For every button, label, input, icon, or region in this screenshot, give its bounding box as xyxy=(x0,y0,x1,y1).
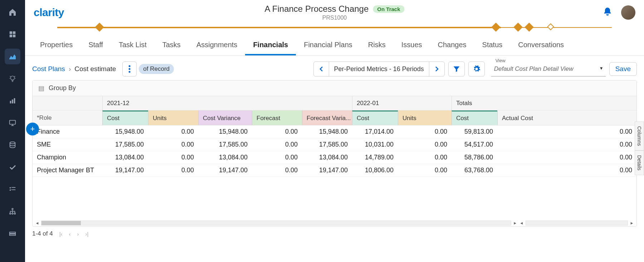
settings-button[interactable] xyxy=(468,61,485,76)
col-cost[interactable]: Cost xyxy=(102,110,148,125)
cell-cost-2[interactable]: 14,789.00 xyxy=(352,154,398,161)
cell-forecast[interactable]: 0.00 xyxy=(252,141,302,148)
cell-units-2[interactable]: 0.00 xyxy=(398,128,452,135)
page-prev-button[interactable]: ‹ xyxy=(69,231,71,237)
nav-grid-icon[interactable] xyxy=(5,26,20,42)
cell-forecast[interactable]: 0.00 xyxy=(252,128,302,135)
col-role[interactable]: *Role xyxy=(33,110,102,125)
table-row[interactable]: SME17,585.000.0017,585.000.0017,585.0010… xyxy=(33,138,636,151)
period-next-button[interactable] xyxy=(429,62,444,76)
nav-database-icon[interactable] xyxy=(5,137,20,153)
cell-actual-cost[interactable]: 0.00 xyxy=(497,128,636,135)
table-row[interactable]: Champion13,084.000.0013,084.000.0013,084… xyxy=(33,151,636,164)
cell-role: Project Manager BT xyxy=(33,167,102,174)
cell-total-cost[interactable]: 58,786.00 xyxy=(452,154,497,161)
cell-cost-2[interactable]: 10,806.00 xyxy=(352,167,398,174)
groupby-label[interactable]: Group By xyxy=(49,84,76,92)
col-forecast-variance[interactable]: Forecast Varia... xyxy=(302,110,352,125)
hscroll-left-icon[interactable]: ◄ xyxy=(35,221,40,225)
side-tab-details[interactable]: Details xyxy=(635,150,644,175)
tab-changes[interactable]: Changes xyxy=(430,36,474,55)
tab-tasklist[interactable]: Task List xyxy=(111,36,155,55)
view-input[interactable] xyxy=(491,61,606,76)
col-actual-cost[interactable]: Actual Cost xyxy=(497,110,636,125)
save-button[interactable]: Save xyxy=(609,62,637,76)
more-actions-button[interactable] xyxy=(122,61,137,76)
col-forecast[interactable]: Forecast xyxy=(252,110,302,125)
hscroll2-left-icon[interactable]: ◄ xyxy=(519,221,524,225)
nav-checklist-icon[interactable] xyxy=(5,182,20,197)
view-selector[interactable]: View ▼ xyxy=(491,61,606,76)
col-units[interactable]: Units xyxy=(148,110,198,125)
side-tab-columns[interactable]: Columns xyxy=(635,122,644,150)
tab-staff[interactable]: Staff xyxy=(80,36,111,55)
cell-cost[interactable]: 13,084.00 xyxy=(102,154,148,161)
cell-cost-variance[interactable]: 17,585.00 xyxy=(198,141,252,148)
tab-assignments[interactable]: Assignments xyxy=(189,36,245,55)
cell-cost-variance[interactable]: 19,147.00 xyxy=(198,167,252,174)
cell-total-cost[interactable]: 54,517.00 xyxy=(452,141,497,148)
cell-cost[interactable]: 15,948.00 xyxy=(102,128,148,135)
cell-cost-variance[interactable]: 15,948.00 xyxy=(198,128,252,135)
hscroll-right-icon[interactable]: ► xyxy=(513,221,518,225)
col-cost-2[interactable]: Cost xyxy=(352,110,398,125)
cell-forecast-variance[interactable]: 17,585.00 xyxy=(302,141,352,148)
breadcrumb-root[interactable]: Cost Plans xyxy=(32,65,65,73)
nav-monitor-icon[interactable] xyxy=(5,115,20,131)
tab-risks[interactable]: Risks xyxy=(360,36,394,55)
col-total-cost[interactable]: Cost xyxy=(452,110,497,125)
nav-hierarchy-icon[interactable] xyxy=(5,204,20,219)
cell-forecast-variance[interactable]: 15,948.00 xyxy=(302,128,352,135)
tab-properties[interactable]: Properties xyxy=(32,36,80,55)
cell-units[interactable]: 0.00 xyxy=(148,167,198,174)
tab-financials[interactable]: Financials xyxy=(245,36,296,55)
notifications-icon[interactable] xyxy=(602,7,613,18)
cell-cost-2[interactable]: 17,014.00 xyxy=(352,128,398,135)
nav-check-icon[interactable] xyxy=(5,159,20,175)
cell-cost[interactable]: 17,585.00 xyxy=(102,141,148,148)
table-row[interactable]: Finance15,948.000.0015,948.000.0015,948.… xyxy=(33,125,636,138)
cell-total-cost[interactable]: 63,768.00 xyxy=(452,167,497,174)
cell-forecast[interactable]: 0.00 xyxy=(252,154,302,161)
col-units-2[interactable]: Units xyxy=(398,110,452,125)
nav-bulb-icon[interactable] xyxy=(5,71,20,86)
hscroll2-right-icon[interactable]: ► xyxy=(629,221,634,225)
nav-chart-icon[interactable] xyxy=(5,49,20,64)
add-row-button[interactable]: + xyxy=(26,123,39,135)
col-cost-variance[interactable]: Cost Variance xyxy=(198,110,252,125)
filter-button[interactable] xyxy=(448,61,465,76)
tab-financial-plans[interactable]: Financial Plans xyxy=(296,36,360,55)
page-first-button[interactable]: |‹ xyxy=(59,231,63,237)
nav-bars-icon[interactable] xyxy=(5,93,20,109)
cell-actual-cost[interactable]: 0.00 xyxy=(497,167,636,174)
cell-units[interactable]: 0.00 xyxy=(148,154,198,161)
page-next-button[interactable]: › xyxy=(77,231,79,237)
cell-units-2[interactable]: 0.00 xyxy=(398,141,452,148)
cell-units-2[interactable]: 0.00 xyxy=(398,154,452,161)
page-last-button[interactable]: ›| xyxy=(86,231,89,237)
cell-cost-2[interactable]: 10,031.00 xyxy=(352,141,398,148)
table-row[interactable]: Project Manager BT19,147.000.0019,147.00… xyxy=(33,164,636,177)
cell-units[interactable]: 0.00 xyxy=(148,128,198,135)
hscroll-track-left[interactable] xyxy=(41,221,511,226)
period-prev-button[interactable] xyxy=(314,62,329,76)
nav-home-icon[interactable] xyxy=(5,4,20,20)
cell-forecast-variance[interactable]: 19,147.00 xyxy=(302,167,352,174)
cell-cost-variance[interactable]: 13,084.00 xyxy=(198,154,252,161)
cell-units[interactable]: 0.00 xyxy=(148,141,198,148)
cell-forecast[interactable]: 0.00 xyxy=(252,167,302,174)
cell-actual-cost[interactable]: 0.00 xyxy=(497,141,636,148)
hscroll-track-right[interactable] xyxy=(526,221,628,226)
nav-briefcase-icon[interactable] xyxy=(5,226,20,242)
cell-total-cost[interactable]: 59,813.00 xyxy=(452,128,497,135)
tab-conversations[interactable]: Conversations xyxy=(510,36,572,55)
groupby-icon[interactable]: ▤ xyxy=(38,84,44,92)
cell-cost[interactable]: 19,147.00 xyxy=(102,167,148,174)
cell-actual-cost[interactable]: 0.00 xyxy=(497,154,636,161)
tab-status[interactable]: Status xyxy=(474,36,511,55)
cell-units-2[interactable]: 0.00 xyxy=(398,167,452,174)
cell-forecast-variance[interactable]: 13,084.00 xyxy=(302,154,352,161)
tab-tasks[interactable]: Tasks xyxy=(155,36,189,55)
tab-issues[interactable]: Issues xyxy=(394,36,430,55)
user-avatar[interactable] xyxy=(621,5,635,20)
